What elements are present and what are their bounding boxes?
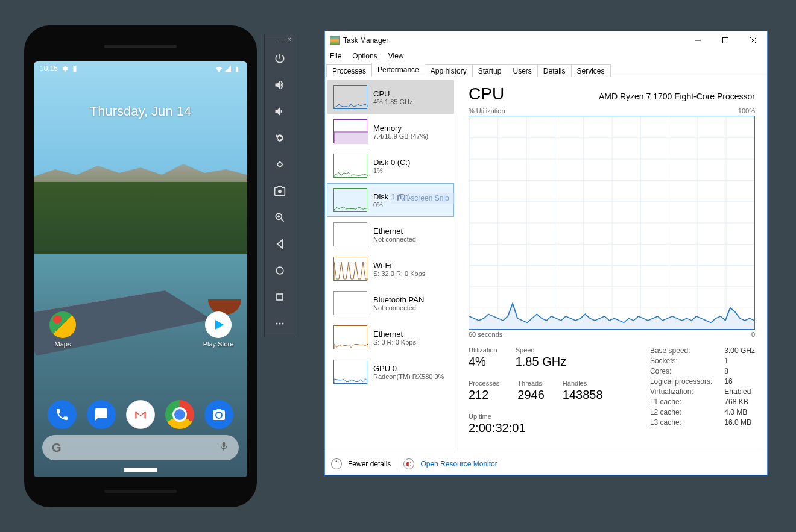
x-axis-left: 60 seconds — [469, 331, 502, 338]
titlebar[interactable]: Task Manager — [325, 31, 767, 49]
kv-key: Base speed: — [650, 346, 712, 355]
sidebar-item-disk0[interactable]: Disk 0 (C:)1% — [327, 149, 454, 183]
emu-more-button[interactable] — [264, 310, 295, 337]
emu-screenshot-button[interactable] — [264, 178, 295, 204]
sidebar-item-title: Bluetooth PAN — [373, 295, 424, 304]
camera-app-icon[interactable] — [204, 400, 233, 429]
stat-label: Threads — [517, 380, 545, 387]
google-g-icon: G — [52, 441, 62, 455]
google-search-bar[interactable]: G — [42, 435, 239, 460]
tab-app-history[interactable]: App history — [425, 64, 473, 77]
android-emulator-frame: 10:15 Thursday, Jun 14 — [24, 25, 257, 507]
emulator-minimize-button[interactable]: – — [279, 36, 282, 44]
app-label: Maps — [55, 340, 71, 348]
sidebar-item-title: Ethernet — [373, 227, 416, 236]
separator — [397, 458, 397, 470]
sidebar-item-subtitle: Not connected — [373, 304, 424, 311]
home-date-widget[interactable]: Thursday, Jun 14 — [34, 104, 247, 119]
svg-point-8 — [278, 190, 282, 193]
sidebar-item-title: Ethernet — [373, 330, 416, 339]
emulator-toolbar: – × — [264, 34, 295, 337]
chevron-up-icon[interactable]: ˄ — [331, 458, 342, 469]
emu-back-button[interactable] — [264, 231, 295, 257]
sparkline-eth1 — [333, 325, 367, 349]
messages-app-icon[interactable] — [87, 400, 116, 429]
svg-point-15 — [276, 323, 278, 325]
tab-performance[interactable]: Performance — [371, 63, 425, 77]
kv-value: 8 — [724, 367, 755, 375]
emu-volume-up-button[interactable] — [264, 72, 295, 98]
svg-point-5 — [216, 413, 221, 418]
cpu-properties-grid: Base speed:3.00 GHzSockets:1Cores:8Logic… — [650, 346, 755, 435]
sidebar-item-btpan[interactable]: Bluetooth PANNot connected — [327, 286, 454, 320]
open-resource-monitor-link[interactable]: Open Resource Monitor — [420, 460, 497, 468]
kv-key: L2 cache: — [650, 408, 712, 416]
emu-recent-button[interactable] — [264, 284, 295, 310]
svg-rect-2 — [74, 66, 75, 67]
resource-monitor-icon: ◐ — [403, 458, 414, 469]
emu-home-button[interactable] — [264, 257, 295, 284]
stat-speed: 1.85 GHz — [516, 355, 566, 369]
sidebar-item-eth0[interactable]: EthernetNot connected — [327, 217, 454, 251]
tab-users[interactable]: Users — [507, 64, 537, 77]
app-play-store[interactable]: Play Store — [200, 311, 236, 348]
mic-icon[interactable] — [218, 441, 229, 454]
svg-line-10 — [282, 219, 284, 222]
cpu-utilization-chart[interactable] — [469, 116, 755, 330]
maps-icon — [49, 311, 76, 338]
close-button[interactable] — [739, 31, 767, 49]
app-maps[interactable]: Maps — [45, 311, 81, 348]
tab-services[interactable]: Services — [571, 64, 611, 77]
sidebar-item-subtitle: 1% — [373, 167, 410, 174]
sidebar-item-subtitle: S: 32.0 R: 0 Kbps — [373, 270, 425, 277]
maximize-button[interactable] — [712, 31, 739, 49]
stat-label: Processes — [469, 380, 499, 387]
home-dock — [34, 400, 247, 429]
menu-file[interactable]: File — [330, 52, 341, 60]
battery-icon — [234, 65, 241, 72]
minimize-button[interactable] — [684, 31, 712, 49]
sidebar-item-title: GPU 0 — [373, 364, 444, 373]
tab-startup[interactable]: Startup — [472, 64, 508, 77]
kv-value: 768 KB — [724, 398, 755, 406]
stat-utilization: 4% — [469, 355, 498, 369]
sparkline-gpu — [333, 360, 367, 384]
sparkline-wifi — [333, 257, 367, 281]
menu-options[interactable]: Options — [352, 52, 377, 60]
tab-processes[interactable]: Processes — [326, 64, 372, 77]
fewer-details-button[interactable]: Fewer details — [348, 460, 391, 468]
sidebar-item-eth1[interactable]: EthernetS: 0 R: 0 Kbps — [327, 321, 454, 354]
chrome-app-icon[interactable] — [165, 400, 194, 429]
sidebar-item-cpu[interactable]: CPU4% 1.85 GHz — [327, 80, 454, 114]
sidebar-item-mem[interactable]: Memory7.4/15.9 GB (47%) — [327, 114, 454, 148]
emu-power-button[interactable] — [264, 45, 295, 72]
svg-rect-4 — [236, 67, 238, 67]
emu-rotate-right-button[interactable] — [264, 151, 295, 178]
gmail-app-icon[interactable] — [126, 400, 155, 429]
phone-app-icon[interactable] — [48, 400, 77, 429]
android-statusbar[interactable]: 10:15 — [34, 61, 247, 76]
emulator-close-button[interactable]: × — [288, 36, 291, 44]
phone-screen[interactable]: 10:15 Thursday, Jun 14 — [34, 61, 247, 477]
emu-volume-down-button[interactable] — [264, 98, 295, 125]
stat-label: Utilization — [469, 346, 498, 354]
tab-details[interactable]: Details — [537, 64, 572, 77]
stat-label: Handles — [563, 380, 603, 387]
sparkline-disk0 — [333, 154, 367, 178]
performance-sidebar[interactable]: CPU4% 1.85 GHzMemory7.4/15.9 GB (47%)Dis… — [325, 77, 456, 452]
kv-key: L3 cache: — [650, 418, 712, 427]
svg-point-17 — [282, 323, 284, 325]
kv-value: Enabled — [724, 387, 755, 396]
window-title: Task Manager — [343, 36, 684, 45]
nav-home-pill[interactable] — [124, 468, 157, 472]
emu-rotate-left-button[interactable] — [264, 125, 295, 151]
sidebar-item-subtitle: Radeon(TM) RX580 0% — [373, 373, 444, 380]
sparkline-disk1 — [333, 188, 367, 212]
svg-rect-3 — [236, 67, 238, 72]
menu-view[interactable]: View — [388, 52, 404, 60]
sidebar-item-wifi[interactable]: Wi-FiS: 32.0 R: 0 Kbps — [327, 252, 454, 286]
statusbar-time: 10:15 — [40, 64, 58, 73]
stat-uptime: 2:00:32:01 — [469, 421, 603, 435]
emu-zoom-button[interactable] — [264, 204, 295, 231]
sidebar-item-gpu[interactable]: GPU 0Radeon(TM) RX580 0% — [327, 355, 454, 389]
